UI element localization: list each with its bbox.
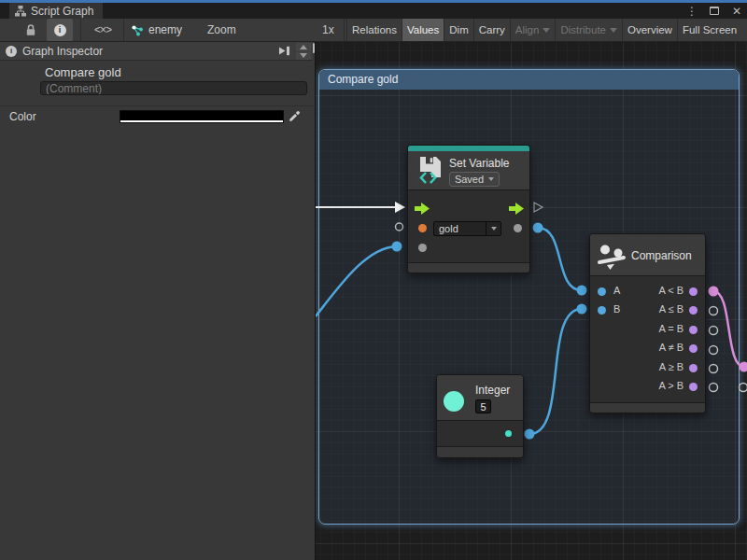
zoom-label: Zoom xyxy=(207,19,236,41)
integer-out-port[interactable] xyxy=(505,430,512,437)
output-port-a-eq-b[interactable] xyxy=(689,326,698,334)
comparison-row: A ≥ B xyxy=(590,360,705,375)
comparison-row: A ≠ B xyxy=(590,341,705,356)
unconnected-port-circle[interactable] xyxy=(710,365,718,373)
input-label-b: B xyxy=(613,303,620,315)
code-brackets-icon: <×> xyxy=(94,23,111,36)
flow-out-port[interactable] xyxy=(509,203,524,215)
window-menu-icon[interactable]: ⋮ xyxy=(685,4,698,18)
toolbar-separator xyxy=(344,19,345,41)
unconnected-port-circle[interactable] xyxy=(710,384,718,392)
graph-reference-label: enemy xyxy=(148,23,182,36)
set-variable-node[interactable]: Set Variable Saved gold xyxy=(407,145,530,273)
input-port-b[interactable] xyxy=(598,306,606,315)
output-port-a-lte-b[interactable] xyxy=(689,306,698,315)
eyedropper-button[interactable] xyxy=(287,109,302,124)
lock-icon xyxy=(25,23,36,36)
tab-title: Script Graph xyxy=(31,5,93,18)
comparison-node[interactable]: Comparison A A < B B A ≤ B A = B A ≠ B A… xyxy=(589,233,706,413)
carry-button[interactable]: Carry xyxy=(473,19,510,41)
window-maximize-icon[interactable] xyxy=(708,4,721,18)
expand-down-button[interactable] xyxy=(296,52,311,61)
output-port-a-gte-b[interactable] xyxy=(689,364,698,372)
node-title: Set Variable xyxy=(449,157,509,170)
output-port-a-neq-b[interactable] xyxy=(689,344,698,353)
wire-dot[interactable] xyxy=(525,429,535,440)
node-title: Comparison xyxy=(631,249,692,262)
wire-value-into-set-variable[interactable] xyxy=(316,246,397,316)
wire-dot[interactable] xyxy=(577,286,587,296)
script-graph-icon xyxy=(15,6,26,17)
color-field-label: Color xyxy=(9,110,36,123)
input-port-a[interactable] xyxy=(598,287,606,296)
unconnected-flow-triangle[interactable] xyxy=(534,203,543,212)
dock-panel-button[interactable] xyxy=(278,45,290,60)
value-in-port[interactable] xyxy=(418,244,427,252)
output-label: A ≠ B xyxy=(659,342,684,353)
wire-flow-arrowhead xyxy=(395,202,405,213)
integer-value-field[interactable]: 5 xyxy=(475,399,491,413)
chevron-down-icon xyxy=(610,28,617,33)
wire-dot[interactable] xyxy=(709,287,719,297)
chevron-down-icon xyxy=(543,28,550,33)
triangle-down-icon xyxy=(300,53,307,58)
output-port-a-lt-b[interactable] xyxy=(689,287,698,296)
distribute-dropdown-button[interactable]: Distribute xyxy=(555,19,622,41)
comparison-row: B A ≤ B xyxy=(590,302,705,317)
save-variable-icon xyxy=(418,155,443,185)
input-label-a: A xyxy=(613,285,620,296)
node-footer xyxy=(408,262,529,273)
wire-set-variable-to-comparison-a[interactable] xyxy=(538,228,582,290)
comparison-row: A = B xyxy=(590,322,705,337)
variable-name-dropdown[interactable]: gold xyxy=(433,221,501,236)
wire-dot[interactable] xyxy=(392,242,402,252)
graph-inspector-title: Graph Inspector xyxy=(22,45,103,58)
relations-button[interactable]: Relations xyxy=(346,19,402,41)
zoom-value: 1x xyxy=(322,19,334,41)
output-port-a-gt-b[interactable] xyxy=(689,383,698,391)
color-swatch[interactable] xyxy=(120,110,284,123)
unconnected-port-circle[interactable] xyxy=(710,327,718,335)
integer-node[interactable]: Integer 5 xyxy=(436,374,524,458)
flow-in-port[interactable] xyxy=(415,203,430,215)
graph-canvas[interactable]: Compare gold xyxy=(315,42,747,560)
values-button[interactable]: Values xyxy=(402,19,444,41)
fullscreen-button[interactable]: Full Screen xyxy=(677,19,741,41)
code-view-button[interactable]: <×> xyxy=(88,19,118,41)
section-divider xyxy=(0,105,313,106)
overview-button[interactable]: Overview xyxy=(622,19,677,41)
info-toggle-button[interactable]: i xyxy=(47,19,73,41)
unconnected-port-circle[interactable] xyxy=(740,384,747,392)
window-close-icon[interactable]: ✕ xyxy=(730,4,743,18)
lock-button[interactable] xyxy=(21,19,41,41)
comparison-row: A > B xyxy=(590,379,705,394)
comment-input[interactable] xyxy=(40,81,307,95)
tab-bar: Script Graph ⋮ ✕ xyxy=(0,3,747,19)
wire-dot[interactable] xyxy=(577,304,587,315)
comparison-row: A A < B xyxy=(590,284,705,299)
wire-dot[interactable] xyxy=(740,362,747,372)
output-label: A = B xyxy=(658,323,684,334)
graph-reference-icon xyxy=(131,24,144,36)
triangle-up-icon xyxy=(300,45,307,49)
chevron-down-icon xyxy=(488,177,494,181)
toolbar-separator xyxy=(123,19,124,41)
node-footer xyxy=(590,402,705,413)
expand-up-button[interactable] xyxy=(296,43,311,51)
output-label: A ≥ B xyxy=(659,361,684,372)
graph-inspector-panel: i Graph Inspector Compare gold Color xyxy=(0,42,313,560)
tab-script-graph[interactable]: Script Graph xyxy=(9,3,103,19)
variable-scope-dropdown[interactable]: Saved xyxy=(449,172,500,187)
graph-reference-breadcrumb[interactable]: enemy xyxy=(131,19,182,41)
unconnected-port-circle[interactable] xyxy=(710,307,718,315)
unconnected-port-circle[interactable] xyxy=(396,223,403,231)
variable-name-port[interactable] xyxy=(418,224,427,232)
output-label: A < B xyxy=(658,285,684,296)
unconnected-port-circle[interactable] xyxy=(710,346,718,355)
wire-dot[interactable] xyxy=(533,223,543,233)
dim-button[interactable]: Dim xyxy=(444,19,472,41)
align-dropdown-button[interactable]: Align xyxy=(510,19,556,41)
wire-integer-to-comparison-b[interactable] xyxy=(529,309,582,434)
value-out-port[interactable] xyxy=(514,224,522,232)
dock-arrow-icon xyxy=(278,45,290,57)
